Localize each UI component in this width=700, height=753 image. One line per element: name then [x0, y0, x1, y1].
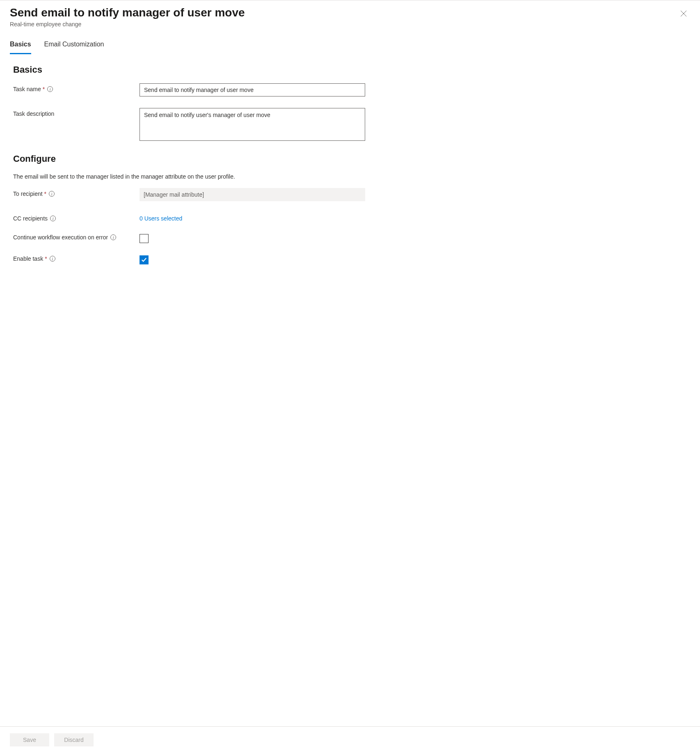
cc-recipients-link[interactable]: 0 Users selected	[140, 213, 182, 222]
save-button[interactable]: Save	[10, 733, 49, 746]
continue-on-error-label: Continue workflow execution on error i	[13, 233, 140, 241]
panel-content: Basics Task name * i Task description Se…	[0, 55, 700, 726]
task-name-label: Task name * i	[13, 83, 140, 92]
page-subtitle: Real-time employee change	[10, 21, 677, 28]
cc-recipients-row: CC recipients i 0 Users selected	[13, 213, 687, 222]
to-recipient-field: [Manager mail attribute]	[140, 188, 365, 201]
cc-recipients-label: CC recipients i	[13, 213, 140, 222]
to-recipient-label: To recipient * i	[13, 188, 140, 197]
info-icon[interactable]: i	[50, 216, 56, 221]
basics-heading: Basics	[13, 64, 687, 75]
task-name-input[interactable]	[140, 83, 365, 96]
page-title: Send email to notify manager of user mov…	[10, 5, 677, 20]
info-icon[interactable]: i	[47, 86, 53, 92]
tab-basics[interactable]: Basics	[10, 37, 31, 54]
enable-task-label: Enable task * i	[13, 255, 140, 262]
info-icon[interactable]: i	[49, 191, 55, 197]
required-indicator: *	[45, 255, 47, 262]
info-icon[interactable]: i	[110, 234, 116, 240]
panel-footer: Save Discard	[0, 726, 700, 753]
task-name-row: Task name * i	[13, 83, 687, 96]
continue-on-error-checkbox[interactable]	[140, 234, 149, 243]
configure-description: The email will be sent to the manager li…	[13, 173, 687, 180]
required-indicator: *	[44, 191, 46, 197]
close-button[interactable]	[677, 7, 690, 20]
enable-task-row: Enable task * i	[13, 255, 687, 264]
discard-button[interactable]: Discard	[54, 733, 94, 746]
task-description-label: Task description	[13, 108, 140, 117]
enable-task-checkbox[interactable]	[140, 255, 149, 264]
task-description-row: Task description Send email to notify us…	[13, 108, 687, 142]
to-recipient-row: To recipient * i [Manager mail attribute…	[13, 188, 687, 201]
required-indicator: *	[43, 86, 45, 92]
configure-heading: Configure	[13, 154, 687, 164]
tab-bar: Basics Email Customization	[0, 37, 700, 55]
header-text: Send email to notify manager of user mov…	[10, 5, 677, 28]
task-description-input[interactable]: Send email to notify user's manager of u…	[140, 108, 365, 141]
panel-header: Send email to notify manager of user mov…	[0, 0, 700, 28]
tab-email-customization[interactable]: Email Customization	[44, 37, 104, 54]
info-icon[interactable]: i	[50, 256, 55, 262]
continue-on-error-row: Continue workflow execution on error i	[13, 233, 687, 243]
task-config-panel: Send email to notify manager of user mov…	[0, 0, 700, 753]
check-icon	[141, 257, 147, 263]
close-icon	[680, 10, 687, 17]
